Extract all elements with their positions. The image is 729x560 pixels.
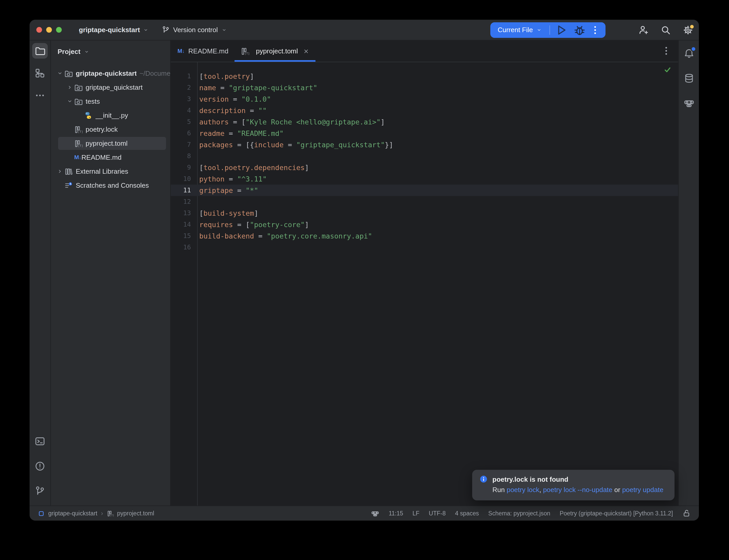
debug-button[interactable] [573, 23, 586, 37]
close-window-button[interactable] [36, 27, 42, 33]
line-separator[interactable]: LF [413, 510, 420, 516]
search-everywhere-button[interactable] [661, 25, 671, 35]
problems-tool-button[interactable] [32, 458, 48, 474]
project-panel-header[interactable]: Project [51, 40, 170, 63]
chevron-right-icon[interactable] [55, 167, 64, 176]
code-line-11[interactable]: 11griptape = "*" [171, 185, 678, 196]
version-control-tool-button[interactable] [32, 483, 48, 499]
tree-item-label: griptape-quickstart [76, 69, 136, 77]
code-with-me-button[interactable] [638, 25, 649, 35]
terminal-tool-button[interactable] [32, 433, 48, 449]
tree-item-griptape-quickstart[interactable]: griptape-quickstart~/Docume [51, 66, 170, 80]
close-tab-icon[interactable] [303, 48, 309, 54]
svg-text:[T]: [T] [245, 52, 249, 55]
code-line-2[interactable]: 2name = "griptape-quickstart" [171, 82, 678, 93]
vcs-widget[interactable]: Version control [162, 26, 227, 34]
svg-text:[T]: [T] [78, 130, 82, 133]
code-line-3[interactable]: 3version = "0.1.0" [171, 93, 678, 105]
vcs-widget-label: Version control [173, 26, 218, 34]
tree-item-poetry-lock[interactable]: [T]poetry.lock [51, 122, 170, 136]
code-line-16[interactable]: 16 [171, 242, 678, 253]
database-icon [684, 73, 694, 83]
tree-item-init-py[interactable]: __init__.py [51, 108, 170, 122]
markdown-icon: M↓ [74, 155, 81, 160]
project-panel: Project griptape-quickstart~/Documegript… [51, 40, 171, 506]
notification-link-poetry-lock-no-update[interactable]: poetry lock --no-update [543, 486, 612, 494]
chevron-down-icon[interactable] [55, 69, 64, 78]
code-line-10[interactable]: 10python = "^3.11" [171, 173, 678, 185]
code-line-12[interactable]: 12 [171, 196, 678, 207]
code-line-14[interactable]: 14requires = ["poetry-core"] [171, 219, 678, 230]
code-line-4[interactable]: 4description = "" [171, 105, 678, 116]
svg-text:[T]: [T] [78, 144, 82, 147]
notification-link-poetry-lock[interactable]: poetry lock [507, 486, 539, 494]
titlebar-actions [638, 25, 693, 35]
project-tool-button[interactable] [32, 43, 48, 59]
tree-item-label: griptape_quickstart [86, 83, 143, 91]
tab-label: README.md [188, 47, 228, 55]
toml-icon: [T] [241, 47, 249, 55]
markdown-icon: M↓ [177, 48, 185, 54]
run-button[interactable] [555, 23, 568, 37]
code-line-13[interactable]: 13[build-system] [171, 207, 678, 219]
run-configuration-selector[interactable]: Current File [498, 26, 533, 34]
tree-item-external-libraries[interactable]: External Libraries [51, 164, 170, 178]
python-interpreter[interactable]: Poetry (griptape-quickstart) [Python 3.1… [560, 510, 673, 516]
line-number: 2 [171, 82, 197, 93]
zoom-window-button[interactable] [56, 27, 62, 33]
right-tool-rail [678, 40, 699, 506]
structure-tool-button[interactable] [32, 65, 48, 81]
tree-item-griptape-quickstart[interactable]: griptape_quickstart [51, 80, 170, 94]
notification-link-poetry-update[interactable]: poetry update [622, 486, 663, 494]
copilot-status-icon[interactable] [371, 509, 379, 517]
file-lock-toggle[interactable] [682, 509, 691, 517]
tree-item-tests[interactable]: tests [51, 94, 170, 108]
line-content: [build-system] [197, 207, 258, 219]
indent-style[interactable]: 4 spaces [455, 510, 479, 516]
code-line-8[interactable]: 8 [171, 150, 678, 162]
notifications-button[interactable] [681, 46, 697, 61]
tree-item-label: poetry.lock [86, 125, 118, 133]
database-tool-button[interactable] [681, 71, 697, 86]
tab-pyproject-toml[interactable]: [T]pyproject.toml [234, 40, 315, 62]
breadcrumb-separator: › [101, 510, 103, 517]
python-icon [84, 111, 92, 120]
tab-options-button[interactable] [661, 46, 671, 56]
more-tool-windows-button[interactable] [32, 88, 48, 103]
code-line-5[interactable]: 5authors = ["Kyle Roche <hello@griptape.… [171, 116, 678, 128]
line-content: packages = [{include = "griptape_quickst… [197, 139, 393, 150]
code-line-7[interactable]: 7packages = [{include = "griptape_quicks… [171, 139, 678, 150]
status-bar: griptape-quickstart›[T]pyproject.toml 11… [30, 506, 699, 521]
info-icon [480, 475, 488, 483]
tab-readme-md[interactable]: M↓README.md [171, 40, 234, 62]
tree-item-scratches-and-consoles[interactable]: Scratches and Consoles [51, 178, 170, 192]
editor-tab-bar: M↓README.md[T]pyproject.toml [171, 40, 678, 62]
breadcrumb-item-pyproject-toml[interactable]: pyproject.toml [117, 510, 154, 516]
tree-item-readme-md[interactable]: M↓README.md [51, 150, 170, 164]
chevron-down-icon[interactable] [65, 97, 74, 106]
more-icon [35, 90, 45, 101]
ai-assistant-tool-button[interactable] [681, 95, 697, 111]
cursor-position[interactable]: 11:15 [389, 510, 403, 516]
tree-item-pyproject-toml[interactable]: [T]pyproject.toml [51, 136, 170, 150]
line-content [197, 150, 199, 162]
code-line-9[interactable]: 9[tool.poetry.dependencies] [171, 162, 678, 173]
project-switcher[interactable]: griptape-quickstart [79, 26, 148, 34]
code-line-6[interactable]: 6readme = "README.md" [171, 128, 678, 139]
line-content: griptape = "*" [197, 185, 258, 196]
more-run-options-button[interactable] [590, 23, 600, 37]
minimize-window-button[interactable] [46, 27, 52, 33]
settings-button[interactable] [683, 25, 693, 35]
json-schema-label: Schema: pyproject.json [488, 510, 550, 516]
json-schema[interactable]: Schema: pyproject.json [488, 510, 550, 516]
code-line-1[interactable]: 1[tool.poetry] [171, 71, 678, 82]
editor-zone: M↓README.md[T]pyproject.toml 1[tool.poet… [171, 40, 678, 506]
file-encoding[interactable]: UTF-8 [429, 510, 446, 516]
chevron-right-icon[interactable] [65, 83, 74, 92]
folder-icon [35, 46, 45, 56]
code-editor[interactable]: 1[tool.poetry]2name = "griptape-quicksta… [171, 62, 678, 506]
chevron-spacer [65, 153, 74, 162]
svg-text:[T]: [T] [110, 514, 113, 516]
code-line-15[interactable]: 15build-backend = "poetry.core.masonry.a… [171, 230, 678, 242]
breadcrumb-item-griptape-quickstart[interactable]: griptape-quickstart [48, 510, 97, 516]
